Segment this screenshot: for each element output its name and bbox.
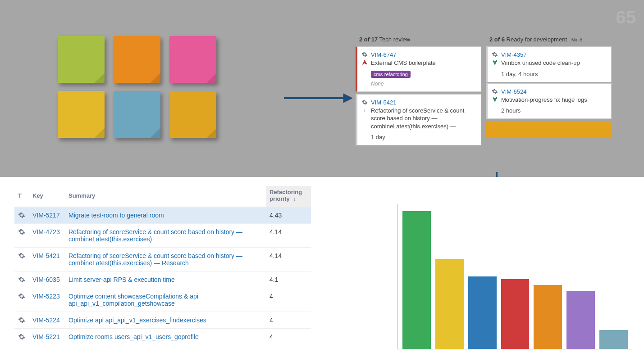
column-title: Ready for development xyxy=(507,36,567,43)
issue-summary-link[interactable]: Optimize content showcaseCompilations & … xyxy=(69,293,198,307)
kanban-card[interactable]: ↓ VIM-5421 Refactoring of scoreService &… xyxy=(356,94,481,146)
sticky-note xyxy=(58,91,105,138)
issue-key-link[interactable]: VIM-6035 xyxy=(32,276,60,283)
issue-key-link[interactable]: VIM-5221 xyxy=(32,333,60,340)
kanban-card[interactable]: ⮟ VIM-6524 Motivation-progress fix huge … xyxy=(486,83,612,119)
issue-title: Refactoring of scoreService & count scor… xyxy=(371,107,476,131)
gear-icon xyxy=(18,333,25,340)
chart-bar xyxy=(534,285,562,349)
issue-key[interactable]: VIM-5421 xyxy=(371,99,476,106)
issue-title: Motivation-progress fix huge logs xyxy=(501,96,607,104)
col-header-key[interactable]: Key xyxy=(29,186,65,207)
kanban-board: 2 of 17 Tech review ⮝ VIM-6747 External … xyxy=(356,34,612,146)
gear-icon xyxy=(492,88,498,95)
issue-estimate: 1 day xyxy=(371,134,476,140)
issue-title: External CMS boilerplate xyxy=(371,59,476,67)
issue-key-link[interactable]: VIM-5223 xyxy=(32,293,60,300)
issue-priority-value: 4 xyxy=(266,329,311,345)
chart-panel xyxy=(387,177,644,362)
sticky-note xyxy=(114,36,160,83)
issue-summary-link[interactable]: Optimize rooms users_api_v1_users_goprof… xyxy=(69,333,199,340)
issue-summary-link[interactable]: Refactoring of scoreService & count scor… xyxy=(69,228,242,243)
chart-bar xyxy=(435,259,464,349)
table-row[interactable]: VIM-5224Optimize api api_api_v1_exercise… xyxy=(14,312,311,329)
page-number: 65 xyxy=(616,7,636,27)
sort-desc-icon: ↓ xyxy=(293,195,296,202)
gear-icon xyxy=(18,276,25,283)
kanban-column-ready-dev: 2 of 6 Ready for development Min 8 ⮟ VIM… xyxy=(486,34,612,146)
table-row[interactable]: VIM-5217Migrate test-room to general roo… xyxy=(14,207,311,224)
column-title: Tech review xyxy=(379,36,411,43)
column-header: 2 of 17 Tech review xyxy=(356,34,481,46)
column-count: 2 of 17 xyxy=(359,36,378,43)
chart-bar xyxy=(501,279,530,349)
kanban-card[interactable]: ⮝ VIM-6747 External CMS boilerplate cms-… xyxy=(356,46,481,92)
col-header-summary[interactable]: Summary xyxy=(65,186,266,207)
kanban-card[interactable]: ⮟ VIM-4357 Vimbox unused code clean-up 1… xyxy=(486,46,612,82)
issue-table: T Key Summary Refactoring priority ↓ VIM… xyxy=(14,186,311,345)
gear-icon xyxy=(18,252,25,259)
chart-bar xyxy=(402,211,431,349)
priority-lowest-icon: ⮟ xyxy=(492,59,498,65)
issue-title: Vimbox unused code clean-up xyxy=(501,59,607,67)
table-row[interactable]: VIM-5223Optimize content showcaseCompila… xyxy=(14,288,311,312)
col-header-priority[interactable]: Refactoring priority ↓ xyxy=(266,186,311,207)
issue-key-link[interactable]: VIM-5421 xyxy=(32,252,60,259)
svg-marker-1 xyxy=(343,94,352,103)
table-row[interactable]: VIM-5221Optimize rooms users_api_v1_user… xyxy=(14,329,311,345)
issue-summary-link[interactable]: Refactoring of scoreService & count scor… xyxy=(69,252,242,267)
issue-key-link[interactable]: VIM-5217 xyxy=(32,212,60,219)
gear-icon xyxy=(361,99,368,105)
table-row[interactable]: VIM-6035Limit server-api RPS & execution… xyxy=(14,272,311,288)
issue-key-link[interactable]: VIM-5224 xyxy=(32,317,60,324)
issue-summary-link[interactable]: Optimize api api_api_v1_exercises_findex… xyxy=(69,317,206,324)
bar-chart xyxy=(397,204,632,349)
sticky-note xyxy=(169,91,216,138)
issue-list-panel: T Key Summary Refactoring priority ↓ VIM… xyxy=(0,177,387,362)
gear-icon xyxy=(18,293,25,300)
chart-bar xyxy=(599,330,628,349)
column-capacity-bar xyxy=(486,121,612,137)
column-count: 2 of 6 xyxy=(489,36,505,43)
gear-icon xyxy=(492,51,498,58)
priority-lowest-icon: ⮟ xyxy=(492,96,498,102)
gear-icon xyxy=(18,228,25,235)
gear-icon xyxy=(361,51,368,58)
issue-summary-link[interactable]: Migrate test-room to general room xyxy=(69,212,164,219)
issue-key[interactable]: VIM-6747 xyxy=(371,51,476,58)
table-row[interactable]: VIM-4723Refactoring of scoreService & co… xyxy=(14,224,311,248)
issue-estimate: 2 hours xyxy=(501,107,607,114)
issue-priority-value: 4 xyxy=(266,288,311,312)
sticky-note xyxy=(169,36,216,83)
col-header-priority-label: Refactoring priority xyxy=(269,189,302,202)
col-header-type[interactable]: T xyxy=(14,186,29,207)
table-row[interactable]: VIM-5421Refactoring of scoreService & co… xyxy=(14,248,311,272)
chart-bar xyxy=(468,276,497,349)
issue-summary-link[interactable]: Limit server-api RPS & execution time xyxy=(69,276,175,283)
sticky-note xyxy=(58,36,105,83)
arrow-right-icon xyxy=(283,92,352,104)
issue-priority-value: 4 xyxy=(266,312,311,329)
kanban-column-tech-review: 2 of 17 Tech review ⮝ VIM-6747 External … xyxy=(356,34,481,146)
issue-key-link[interactable]: VIM-4723 xyxy=(32,228,60,235)
priority-low-icon: ↓ xyxy=(363,107,366,113)
issue-tag[interactable]: cms-refactoring xyxy=(371,71,411,78)
issue-priority-value: 4.14 xyxy=(266,248,311,272)
issue-key[interactable]: VIM-4357 xyxy=(501,51,607,58)
chart-bar xyxy=(566,291,595,349)
sticky-notes-grid xyxy=(58,36,216,138)
issue-key[interactable]: VIM-6524 xyxy=(501,88,607,95)
priority-highest-icon: ⮝ xyxy=(362,59,368,65)
issue-epic-none: None xyxy=(371,81,476,87)
issue-estimate: 1 day, 4 hours xyxy=(501,71,607,77)
issue-priority-value: 4.43 xyxy=(266,207,311,224)
issue-priority-value: 4.1 xyxy=(266,272,311,288)
column-min: Min 8 xyxy=(571,37,582,42)
sticky-note xyxy=(114,91,160,138)
issue-priority-value: 4.14 xyxy=(266,224,311,248)
gear-icon xyxy=(18,212,25,219)
gear-icon xyxy=(18,317,25,324)
column-header: 2 of 6 Ready for development Min 8 xyxy=(486,34,612,46)
